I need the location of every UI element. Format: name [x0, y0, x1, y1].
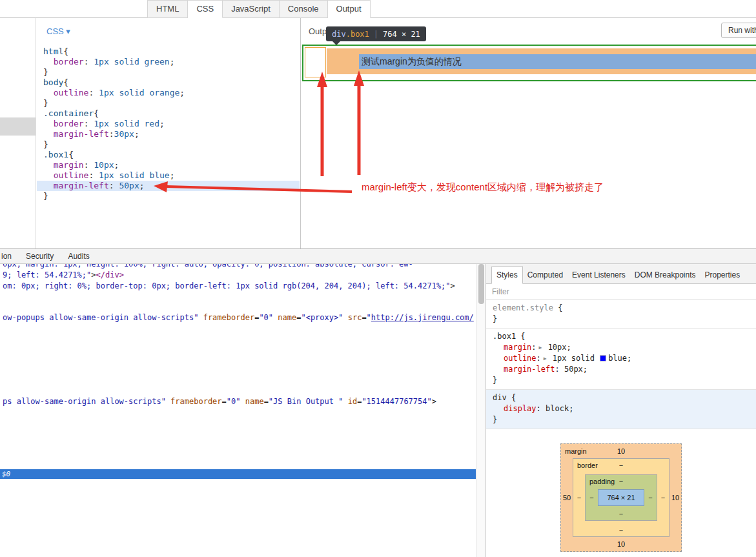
css-code-line[interactable]: .container{	[37, 108, 300, 119]
css-code-line[interactable]: html{	[37, 46, 300, 57]
syntax-segment: }	[43, 98, 48, 108]
css-code-line[interactable]: }	[37, 67, 300, 77]
css-code-line[interactable]: margin: 10px;	[37, 160, 300, 170]
selected-element-row[interactable]: $0	[0, 469, 476, 479]
elements-dom-line[interactable]: 9; left: 54.4271%;"></div>	[3, 270, 124, 279]
inspect-tooltip: div.box1 | 764 × 21	[326, 26, 426, 41]
gutter-handle[interactable]	[0, 117, 36, 136]
dom-text-segment: >	[451, 281, 455, 290]
metric-value[interactable]: −	[619, 478, 623, 485]
tab-computed[interactable]: Computed	[523, 267, 567, 283]
css-panel-menu[interactable]: CSS ▾	[46, 26, 70, 36]
metric-value[interactable]: −	[619, 461, 623, 469]
output-html-border-box: 测试margin为负值的情况	[302, 45, 756, 81]
dom-text-segment: name	[278, 313, 296, 322]
syntax-segment	[43, 88, 54, 97]
margin-box: margin10 50 border− − padding− − 764 × 2…	[560, 443, 682, 552]
syntax-segment: border	[54, 119, 84, 128]
styles-panel: StylesComputedEvent ListenersDOM Breakpo…	[485, 264, 756, 557]
content-size[interactable]: 764 × 21	[607, 494, 635, 501]
metric-value[interactable]: −	[586, 494, 598, 501]
margin-label: margin	[565, 447, 587, 455]
metric-value[interactable]: −	[573, 494, 585, 501]
css-code[interactable]: html{ border: 1px solid green;}body{ out…	[37, 46, 300, 201]
elements-dom-line[interactable]: ps allow-same-origin allow-scripts" fram…	[3, 397, 436, 406]
elements-scrollbar[interactable]	[476, 264, 485, 557]
css-code-line[interactable]: outline: 1px solid blue;	[37, 170, 300, 181]
css-code-line[interactable]: }	[37, 98, 300, 108]
metric-value[interactable]: 10	[617, 447, 625, 455]
property-value: 1px solid	[548, 354, 599, 363]
tab-html[interactable]: HTML	[147, 0, 188, 18]
metric-value[interactable]: 10	[669, 494, 681, 501]
tab-javascript[interactable]: JavaScript	[223, 0, 280, 18]
css-code-line[interactable]: body{	[37, 77, 300, 88]
dom-text-segment: id	[348, 397, 357, 406]
css-code-line[interactable]: border: 1px solid red;	[37, 119, 300, 129]
dom-text-segment: =	[362, 313, 366, 322]
css-code-line[interactable]: .box1{	[37, 150, 300, 160]
elements-dom-line[interactable]: ow-popups allow-same-origin allow-script…	[3, 313, 474, 322]
style-property[interactable]: outline:▶ 1px solid blue;	[493, 353, 750, 364]
css-code-line[interactable]: }	[37, 191, 300, 201]
border-label: border	[577, 461, 598, 469]
devtools-tabs: ionSecurityAudits	[0, 249, 756, 263]
syntax-segment: }	[43, 191, 48, 201]
syntax-segment: margin	[54, 160, 84, 170]
expand-arrow-icon[interactable]: ▶	[544, 356, 547, 361]
property-value: 50px;	[560, 365, 587, 374]
top-tab-bar: HTMLCSSJavaScriptConsoleOutput	[0, 0, 756, 18]
metric-value[interactable]: −	[644, 494, 657, 501]
tab-output[interactable]: Output	[328, 0, 371, 18]
syntax-segment	[43, 129, 54, 139]
scrollbar-thumb[interactable]	[478, 264, 484, 304]
syntax-segment: 1px solid orange	[99, 88, 179, 97]
tab-css[interactable]: CSS	[188, 0, 223, 18]
style-property[interactable]: display: block;	[493, 403, 750, 414]
styles-filter[interactable]: Filter	[486, 284, 756, 300]
style-property[interactable]: margin:▶ 10px;	[493, 342, 750, 353]
metric-value[interactable]: −	[619, 510, 623, 518]
devtools-tab-security[interactable]: Security	[26, 249, 54, 263]
property-value: 10px;	[543, 343, 571, 352]
metric-value[interactable]: 50	[561, 494, 573, 501]
syntax-segment: :	[109, 181, 119, 190]
color-swatch[interactable]	[600, 355, 606, 361]
dom-text-segment: "1514447767754"	[362, 397, 431, 406]
syntax-segment: ;	[114, 160, 119, 170]
devtools-tab-ion[interactable]: ion	[1, 249, 12, 263]
tooltip-separator: |	[374, 30, 378, 39]
style-property[interactable]: margin-left: 50px;	[493, 364, 750, 375]
syntax-segment: :	[88, 88, 99, 97]
tab-properties[interactable]: Properties	[700, 267, 744, 283]
css-code-line[interactable]: margin-left: 50px;	[37, 181, 300, 191]
dom-text-segment: ps allow-same-origin allow-scripts"	[3, 397, 170, 406]
output-body-outline-fragment	[305, 47, 326, 77]
syntax-segment: 50px	[119, 181, 139, 190]
devtools-tab-audits[interactable]: Audits	[68, 249, 89, 263]
tab-console[interactable]: Console	[280, 0, 328, 18]
metric-value[interactable]: 10	[617, 540, 625, 548]
run-with-js-button[interactable]: Run with JS	[721, 23, 756, 38]
tab-dom-breakpoints[interactable]: DOM Breakpoints	[630, 267, 700, 283]
metric-value[interactable]: −	[619, 526, 623, 534]
syntax-segment: ;	[170, 57, 175, 66]
devtools-tab-bar: ionSecurityAudits	[0, 248, 756, 264]
syntax-segment: }	[43, 67, 48, 77]
css-code-line[interactable]: }	[37, 139, 300, 150]
elements-dom-line[interactable]: om: 0px; right: 0%; border-top: 0px; bor…	[3, 281, 455, 290]
iframe-src-link[interactable]: http://js.jirengu.com/	[371, 313, 474, 322]
expand-arrow-icon[interactable]: ▶	[539, 345, 542, 350]
css-panel-label: CSS	[46, 26, 64, 36]
css-code-line[interactable]: margin-left:30px;	[37, 129, 300, 139]
metric-value[interactable]: −	[657, 494, 669, 501]
tab-styles[interactable]: Styles	[491, 266, 523, 284]
css-code-line[interactable]: border: 1px solid green;	[37, 57, 300, 67]
tab-event-listeners[interactable]: Event Listeners	[567, 267, 630, 283]
tooltip-element: div.box1	[332, 30, 369, 39]
css-code-line[interactable]: outline: 1px solid orange;	[37, 88, 300, 98]
content-box: 764 × 21	[598, 489, 644, 506]
elements-dom-line[interactable]: 0px; margin: 1px; height: 100%; right: a…	[3, 264, 413, 268]
rule-selector: .box1	[493, 332, 516, 341]
property-name: display	[504, 404, 536, 413]
